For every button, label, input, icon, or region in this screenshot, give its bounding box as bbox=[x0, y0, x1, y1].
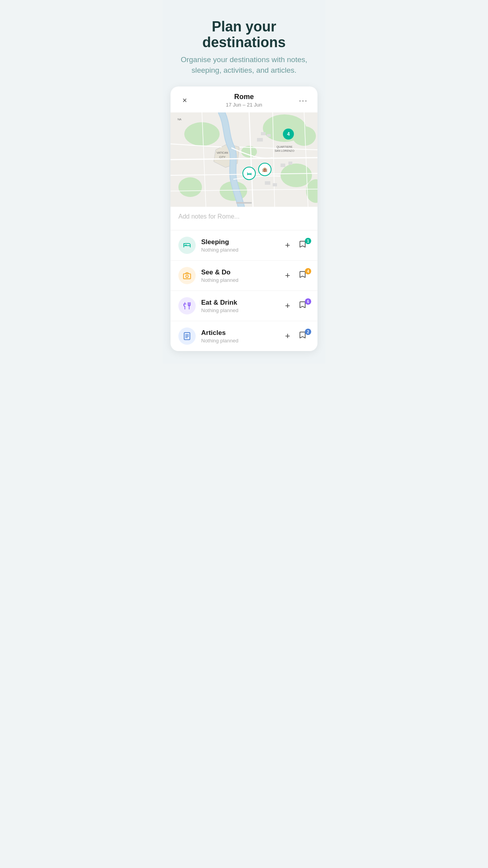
map-container[interactable]: VATICAN CITY NA QUARTIERE SAN LORENZO 4 … bbox=[171, 112, 317, 207]
svg-text:🏨: 🏨 bbox=[262, 167, 268, 172]
category-item-sleeping: Sleeping Nothing planned + 1 bbox=[171, 230, 317, 261]
close-button[interactable]: × bbox=[178, 94, 191, 107]
eat-drink-badge: 6 bbox=[305, 298, 311, 305]
destination-name: Rome bbox=[226, 93, 262, 101]
svg-point-7 bbox=[178, 177, 202, 197]
articles-icon-wrap bbox=[178, 327, 196, 345]
articles-add-button[interactable]: + bbox=[282, 331, 293, 341]
svg-rect-23 bbox=[288, 162, 292, 165]
sleeping-text: Sleeping Nothing planned bbox=[201, 238, 282, 253]
svg-point-2 bbox=[292, 126, 316, 146]
svg-rect-19 bbox=[261, 132, 266, 135]
articles-bookmark[interactable]: 2 bbox=[299, 331, 310, 341]
more-button[interactable]: ··· bbox=[297, 96, 310, 105]
see-do-actions: + 4 bbox=[282, 270, 310, 281]
articles-name: Articles bbox=[201, 329, 282, 337]
card-header: × Rome 17 Jun – 21 Jun ··· bbox=[171, 86, 317, 112]
bed-icon bbox=[183, 241, 191, 250]
articles-text: Articles Nothing planned bbox=[201, 329, 282, 344]
see-do-bookmark[interactable]: 4 bbox=[299, 270, 310, 281]
category-item-articles: Articles Nothing planned + 2 bbox=[171, 321, 317, 351]
svg-rect-34 bbox=[185, 245, 187, 246]
svg-rect-24 bbox=[265, 181, 270, 185]
fork-knife-icon bbox=[183, 302, 191, 310]
subtitle: Organise your destinations with notes,sl… bbox=[171, 55, 317, 75]
svg-rect-22 bbox=[281, 164, 285, 167]
category-item-eat-drink: Eat & Drink Nothing planned + 6 bbox=[171, 291, 317, 321]
articles-badge: 2 bbox=[305, 329, 311, 335]
sleeping-status: Nothing planned bbox=[201, 247, 282, 253]
destination-info: Rome 17 Jun – 21 Jun bbox=[226, 93, 262, 108]
eat-drink-name: Eat & Drink bbox=[201, 299, 282, 307]
eat-drink-text: Eat & Drink Nothing planned bbox=[201, 299, 282, 313]
sleeping-icon-wrap bbox=[178, 237, 196, 254]
svg-rect-21 bbox=[257, 138, 263, 142]
see-do-badge: 4 bbox=[305, 268, 311, 274]
svg-text:VATICAN: VATICAN bbox=[216, 151, 228, 154]
see-do-name: See & Do bbox=[201, 268, 282, 276]
sleeping-name: Sleeping bbox=[201, 238, 282, 246]
eat-drink-add-button[interactable]: + bbox=[282, 301, 293, 311]
category-item-see-do: See & Do Nothing planned + 4 bbox=[171, 261, 317, 291]
sleeping-add-button[interactable]: + bbox=[282, 240, 293, 250]
svg-point-3 bbox=[184, 122, 220, 146]
svg-text:🛏: 🛏 bbox=[247, 171, 252, 177]
svg-text:QUARTIERE: QUARTIERE bbox=[277, 145, 293, 149]
svg-text:SAN LORENZO: SAN LORENZO bbox=[275, 149, 295, 152]
svg-point-36 bbox=[186, 275, 188, 278]
see-do-add-button[interactable]: + bbox=[282, 270, 293, 281]
eat-drink-icon-wrap bbox=[178, 297, 196, 314]
destination-dates: 17 Jun – 21 Jun bbox=[226, 102, 262, 108]
sleeping-actions: + 1 bbox=[282, 240, 310, 250]
articles-status: Nothing planned bbox=[201, 338, 282, 344]
see-do-icon-wrap bbox=[178, 267, 196, 284]
articles-actions: + 2 bbox=[282, 331, 310, 341]
document-icon bbox=[183, 332, 191, 340]
map-svg: VATICAN CITY NA QUARTIERE SAN LORENZO 4 … bbox=[171, 112, 317, 207]
page: Plan your destinations Organise your des… bbox=[163, 0, 325, 364]
category-list: Sleeping Nothing planned + 1 bbox=[171, 230, 317, 351]
notes-placeholder: Add notes for Rome... bbox=[178, 213, 240, 220]
see-do-text: See & Do Nothing planned bbox=[201, 268, 282, 283]
camera-icon bbox=[183, 271, 191, 280]
eat-drink-actions: + 6 bbox=[282, 301, 310, 311]
svg-text:NA: NA bbox=[178, 118, 182, 121]
destination-card: × Rome 17 Jun – 21 Jun ··· bbox=[171, 86, 317, 351]
see-do-status: Nothing planned bbox=[201, 277, 282, 283]
svg-rect-20 bbox=[267, 134, 271, 137]
svg-rect-35 bbox=[183, 274, 191, 279]
svg-text:4: 4 bbox=[287, 131, 290, 137]
main-title: Plan your destinations bbox=[171, 19, 317, 50]
eat-drink-status: Nothing planned bbox=[201, 307, 282, 313]
eat-drink-bookmark[interactable]: 6 bbox=[299, 301, 310, 311]
notes-area[interactable]: Add notes for Rome... bbox=[171, 207, 317, 230]
sleeping-badge: 1 bbox=[305, 238, 311, 244]
hero-section: Plan your destinations Organise your des… bbox=[171, 19, 317, 75]
svg-text:CITY: CITY bbox=[219, 156, 226, 158]
scroll-indicator bbox=[236, 202, 252, 204]
svg-rect-25 bbox=[273, 183, 277, 186]
sleeping-bookmark[interactable]: 1 bbox=[299, 240, 310, 250]
